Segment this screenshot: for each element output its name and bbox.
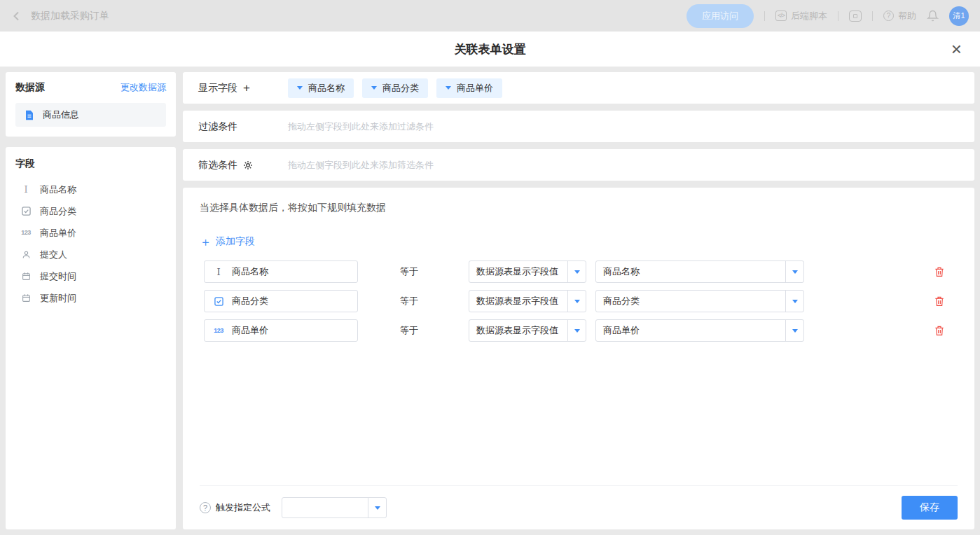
number-field-icon: 123: [19, 230, 33, 236]
apps-icon[interactable]: [849, 11, 862, 22]
back-icon[interactable]: [11, 11, 22, 22]
chevron-down-icon: [446, 86, 451, 90]
field-item-submit-time[interactable]: 提交时间: [15, 265, 166, 287]
datasource-item[interactable]: 商品信息: [15, 103, 166, 127]
field-item-label: 商品名称: [40, 183, 76, 196]
display-fields-label: 显示字段: [198, 82, 237, 95]
tag-label: 商品单价: [457, 82, 493, 95]
chevron-down-icon: [567, 261, 586, 282]
text-field-icon: I: [212, 268, 226, 277]
fields-panel: 字段 I 商品名称 商品分类 123 商品单价 提交人: [6, 147, 176, 529]
sift-placeholder: 拖动左侧字段到此处来添加筛选条件: [288, 159, 434, 172]
filter-panel[interactable]: 过滤条件 拖动左侧字段到此处来添加过滤条件: [183, 111, 974, 142]
change-datasource-link[interactable]: 更改数据源: [120, 81, 166, 94]
rule-row: I 商品名称 等于 数据源表显示字段值 商品名称: [200, 260, 958, 283]
chevron-down-icon: [785, 320, 803, 341]
display-field-tag[interactable]: 商品单价: [436, 78, 502, 98]
rules-hint: 当选择具体数据后，将按如下规则填充数据: [200, 202, 958, 214]
date-field-icon: [19, 293, 33, 303]
close-icon[interactable]: ×: [951, 40, 962, 58]
rule-target-value: 商品分类: [596, 295, 785, 307]
sift-panel[interactable]: 筛选条件 拖动左侧字段到此处来添加筛选条件: [183, 149, 974, 181]
select-field-icon: [19, 207, 33, 216]
number-field-icon: 123: [212, 328, 226, 334]
code-icon: </>: [775, 11, 787, 21]
rule-target-value: 商品名称: [596, 265, 785, 278]
field-item-label: 更新时间: [40, 292, 76, 305]
add-display-field-button[interactable]: +: [243, 82, 250, 94]
tag-label: 商品分类: [382, 82, 419, 95]
field-item-category[interactable]: 商品分类: [15, 200, 166, 222]
tag-label: 商品名称: [308, 82, 345, 95]
backend-script-button[interactable]: </> 后端脚本: [775, 10, 827, 22]
filter-label: 过滤条件: [198, 120, 237, 133]
save-button[interactable]: 保存: [902, 496, 958, 520]
delete-rule-icon[interactable]: [934, 296, 945, 307]
user-field-icon: [19, 250, 33, 259]
rule-target-select[interactable]: 商品名称: [595, 260, 804, 283]
topbar: 数据加载采购订单 应用访问 </> 后端脚本 ? 帮助 清1: [0, 0, 980, 32]
app-access-button[interactable]: 应用访问: [686, 4, 754, 28]
sidebar: 数据源 更改数据源 商品信息 字段 I 商品名称 商品分类: [6, 72, 176, 529]
display-fields-panel: 显示字段 + 商品名称 商品分类 商品单价: [183, 72, 974, 104]
rule-field-box[interactable]: 123 商品单价: [204, 319, 358, 342]
bell-icon[interactable]: [927, 10, 939, 22]
divider: [838, 11, 838, 21]
rule-source-select[interactable]: 数据源表显示字段值: [469, 319, 586, 342]
field-item-price[interactable]: 123 商品单价: [15, 222, 166, 244]
chevron-down-icon: [785, 291, 803, 312]
rule-field-box[interactable]: I 商品名称: [204, 260, 358, 283]
datasource-item-label: 商品信息: [43, 109, 79, 121]
chevron-down-icon: [567, 320, 586, 341]
help-button[interactable]: ? 帮助: [883, 10, 916, 22]
field-item-submitter[interactable]: 提交人: [15, 244, 166, 265]
document-icon: [22, 110, 36, 120]
avatar[interactable]: 清1: [949, 6, 969, 26]
rule-source-select[interactable]: 数据源表显示字段值: [469, 260, 586, 283]
display-field-tag[interactable]: 商品名称: [288, 78, 354, 98]
plus-icon: ＋: [200, 236, 212, 248]
rule-field-label: 商品单价: [232, 324, 268, 337]
main-area: 显示字段 + 商品名称 商品分类 商品单价 过: [183, 72, 974, 529]
rule-row: 商品分类 等于 数据源表显示字段值 商品分类: [200, 290, 958, 312]
datasource-panel: 数据源 更改数据源 商品信息: [6, 72, 176, 137]
backend-script-label: 后端脚本: [791, 10, 827, 22]
chevron-down-icon: [567, 291, 586, 312]
field-item-label: 商品单价: [40, 227, 76, 239]
delete-rule-icon[interactable]: [934, 266, 945, 277]
add-rule-field-label: 添加字段: [216, 235, 255, 248]
delete-rule-icon[interactable]: [934, 325, 945, 336]
gear-icon[interactable]: [243, 160, 253, 170]
chevron-down-icon: [297, 86, 303, 90]
add-rule-field-button[interactable]: ＋ 添加字段: [200, 235, 255, 248]
modal-title: 关联表单设置: [455, 41, 526, 57]
chevron-down-icon: [368, 498, 386, 517]
fields-title: 字段: [15, 158, 166, 170]
rule-field-box[interactable]: 商品分类: [204, 290, 358, 312]
filter-placeholder: 拖动左侧字段到此处来添加过滤条件: [288, 120, 434, 133]
rule-source-value: 数据源表显示字段值: [469, 324, 567, 337]
page-title: 数据加载采购订单: [31, 10, 109, 22]
rule-target-select[interactable]: 商品分类: [595, 290, 804, 312]
help-circle-icon[interactable]: ?: [200, 502, 211, 513]
chevron-down-icon: [371, 86, 377, 90]
rule-source-value: 数据源表显示字段值: [469, 295, 567, 307]
rule-target-select[interactable]: 商品单价: [595, 319, 804, 342]
rule-source-select[interactable]: 数据源表显示字段值: [469, 290, 586, 312]
modal-header: 关联表单设置 ×: [0, 32, 980, 67]
rules-footer: ? 触发指定公式 保存: [200, 485, 958, 520]
select-field-icon: [212, 297, 226, 306]
rule-operator: 等于: [400, 295, 469, 307]
modal-body: 数据源 更改数据源 商品信息 字段 I 商品名称 商品分类: [0, 67, 980, 535]
rule-row: 123 商品单价 等于 数据源表显示字段值 商品单价: [200, 319, 958, 342]
rule-target-value: 商品单价: [596, 324, 785, 337]
field-item-update-time[interactable]: 更新时间: [15, 287, 166, 309]
formula-select[interactable]: [282, 497, 387, 518]
field-item-label: 商品分类: [40, 205, 76, 218]
rule-operator: 等于: [400, 324, 469, 337]
display-field-tag[interactable]: 商品分类: [362, 78, 428, 98]
rule-operator: 等于: [400, 265, 469, 278]
sift-label: 筛选条件: [198, 159, 237, 172]
field-item-name[interactable]: I 商品名称: [15, 179, 166, 200]
field-item-label: 提交时间: [40, 270, 76, 283]
